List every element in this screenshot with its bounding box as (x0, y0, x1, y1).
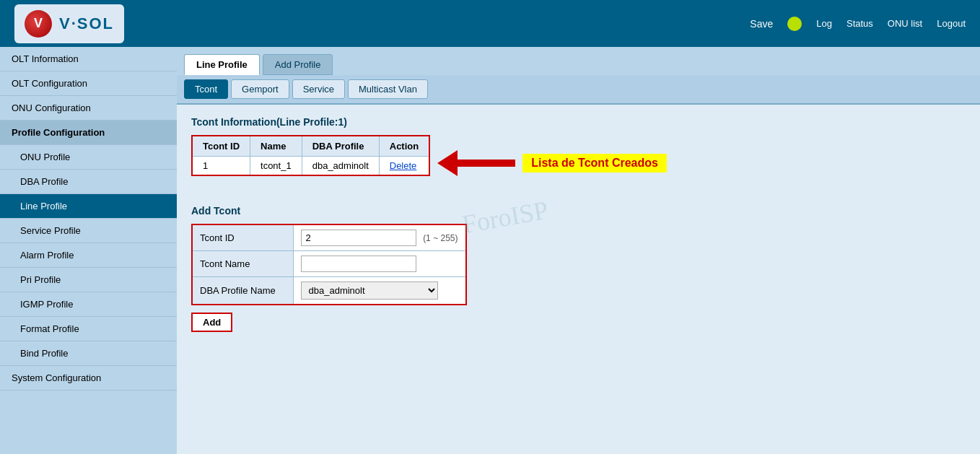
col-header-name: Name (250, 136, 302, 157)
sidebar-item-service-profile[interactable]: Service Profile (0, 219, 177, 243)
log-link[interactable]: Log (816, 18, 832, 29)
sidebar: OLT Information OLT Configuration ONU Co… (0, 47, 177, 454)
annotation-label: Lista de Tcont Creados (522, 154, 667, 173)
sidebar-item-profile-config[interactable]: Profile Configuration (0, 121, 177, 145)
range-hint: (1 ~ 255) (423, 233, 458, 243)
header-right: Save Log Status ONU list Logout (750, 17, 966, 31)
form-value-tcont-name (293, 251, 466, 277)
onu-list-link[interactable]: ONU list (888, 18, 922, 29)
form-value-tcont-id: (1 ~ 255) (293, 224, 466, 251)
cell-action: Delete (379, 157, 429, 176)
sidebar-item-bind-profile[interactable]: Bind Profile (0, 341, 177, 366)
col-header-action: Action (379, 136, 429, 157)
col-header-dba: DBA Profile (302, 136, 379, 157)
content-area: Tcont Information(Line Profile:1) Tcont … (177, 105, 980, 344)
annotation-row: Tcont ID Name DBA Profile Action 1 tcont… (191, 135, 966, 191)
sidebar-item-format-profile[interactable]: Format Profile (0, 317, 177, 341)
sidebar-item-olt-info[interactable]: OLT Information (0, 47, 177, 71)
form-label-tcont-id: Tcont ID (192, 224, 293, 251)
col-header-id: Tcont ID (192, 136, 250, 157)
form-label-dba-profile: DBA Profile Name (192, 277, 293, 305)
cell-id: 1 (192, 157, 250, 176)
header: V V·SOL Save Log Status ONU list Logout (0, 0, 980, 47)
sidebar-item-line-profile[interactable]: Line Profile (0, 194, 177, 219)
status-link[interactable]: Status (846, 18, 873, 29)
tab-add-profile[interactable]: Add Profile (263, 54, 333, 75)
add-tcont-form: Tcont ID (1 ~ 255) Tcont Name DBA Pr (191, 224, 467, 305)
logo-text: V·SOL (59, 14, 114, 33)
save-button[interactable]: Save (750, 18, 773, 30)
sidebar-item-system-config[interactable]: System Configuration (0, 366, 177, 390)
add-button[interactable]: Add (191, 313, 232, 332)
form-row-dba-profile: DBA Profile Name dba_adminolt (192, 277, 466, 305)
tcont-table: Tcont ID Name DBA Profile Action 1 tcont… (191, 135, 430, 176)
main-content: Line Profile Add Profile Tcont Gemport S… (177, 47, 980, 454)
sidebar-item-igmp-profile[interactable]: IGMP Profile (0, 292, 177, 317)
layout: OLT Information OLT Configuration ONU Co… (0, 47, 980, 454)
cell-dba: dba_adminolt (302, 157, 379, 176)
sidebar-item-onu-config[interactable]: ONU Configuration (0, 96, 177, 121)
sub-tab-service[interactable]: Service (292, 79, 345, 99)
tcont-id-input[interactable] (301, 230, 416, 246)
sidebar-item-pri-profile[interactable]: Pri Profile (0, 268, 177, 292)
sub-tab-tcont[interactable]: Tcont (184, 79, 228, 99)
sidebar-item-alarm-profile[interactable]: Alarm Profile (0, 243, 177, 268)
sub-tab-bar: Tcont Gemport Service Multicast Vlan (177, 75, 980, 105)
sub-tab-gemport[interactable]: Gemport (231, 79, 289, 99)
form-label-tcont-name: Tcont Name (192, 251, 293, 277)
status-dot (787, 17, 802, 31)
table-row: 1 tcont_1 dba_adminolt Delete (192, 157, 429, 176)
logo-icon: V (25, 10, 52, 38)
sidebar-item-onu-profile[interactable]: ONU Profile (0, 145, 177, 170)
sidebar-item-dba-profile[interactable]: DBA Profile (0, 170, 177, 194)
sidebar-item-olt-config[interactable]: OLT Configuration (0, 71, 177, 96)
add-section-title: Add Tcont (191, 205, 966, 217)
delete-link[interactable]: Delete (390, 160, 417, 171)
tab-line-profile[interactable]: Line Profile (184, 54, 260, 75)
arrow-annotation (437, 150, 515, 176)
form-value-dba-profile: dba_adminolt (293, 277, 466, 305)
section-title: Tcont Information(Line Profile:1) (191, 116, 966, 128)
form-row-tcont-name: Tcont Name (192, 251, 466, 277)
cell-name: tcont_1 (250, 157, 302, 176)
tcont-name-input[interactable] (301, 256, 416, 272)
form-row-tcont-id: Tcont ID (1 ~ 255) (192, 224, 466, 251)
arrow-shaft (458, 160, 515, 167)
dba-profile-select[interactable]: dba_adminolt (301, 281, 438, 300)
arrow-head-icon (437, 150, 458, 176)
top-tab-bar: Line Profile Add Profile (177, 47, 980, 75)
logout-link[interactable]: Logout (937, 18, 966, 29)
sub-tab-multicast-vlan[interactable]: Multicast Vlan (348, 79, 428, 99)
logo-area: V V·SOL (14, 4, 124, 43)
